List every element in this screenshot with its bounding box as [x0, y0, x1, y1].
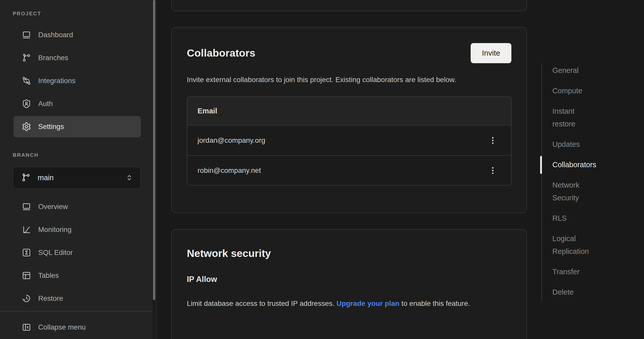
table-header-email: Email: [187, 97, 511, 125]
chevrons-up-down-icon: [125, 174, 133, 182]
section-nav-item-collaborators[interactable]: Collaborators: [552, 154, 613, 175]
section-nav-item-instant-restore[interactable]: Instant restore: [552, 101, 613, 134]
table-row: robin@company.net: [187, 155, 511, 185]
row-actions-button[interactable]: [487, 134, 499, 147]
sidebar-item-label: Tables: [38, 271, 59, 280]
auth-shield-user-icon: [22, 99, 31, 109]
ip-allow-subtitle: IP Allow: [187, 275, 511, 284]
sidebar-item-label: Auth: [38, 100, 53, 108]
collaborator-email: robin@company.net: [198, 166, 261, 175]
ip-allow-text-before: Limit database access to trusted IP addr…: [187, 299, 337, 307]
section-nav-item-compute[interactable]: Compute: [552, 81, 613, 101]
settings-section-nav: General Compute Instant restore Updates …: [552, 60, 613, 302]
sidebar-item-label: Overview: [38, 203, 68, 211]
git-branch-icon: [22, 53, 31, 63]
sidebar-divider: [0, 311, 157, 311]
sidebar-scrollbar-thumb[interactable]: [153, 0, 155, 300]
collaborator-email: jordan@company.org: [198, 136, 265, 145]
collapse-menu-button[interactable]: Collapse menu: [13, 317, 141, 338]
sql-editor-icon: [22, 248, 31, 257]
gear-icon: [22, 122, 31, 132]
sidebar-item-label: Dashboard: [38, 31, 73, 39]
sidebar-item-sql-editor[interactable]: SQL Editor: [13, 242, 141, 263]
restore-history-icon: [22, 294, 31, 303]
panel-collapse-icon: [22, 322, 31, 332]
collaborators-card: Collaborators Invite Invite external col…: [171, 27, 527, 213]
ip-allow-text-after: to enable this feature.: [399, 299, 470, 307]
sidebar-section-label-project: PROJECT: [13, 11, 41, 17]
sidebar-item-label: SQL Editor: [38, 249, 73, 257]
sidebar-item-dashboard[interactable]: Dashboard: [13, 24, 141, 46]
section-nav-item-updates[interactable]: Updates: [552, 134, 613, 154]
sidebar-item-label: Integrations: [38, 77, 75, 85]
invite-button[interactable]: Invite: [471, 43, 511, 63]
sidebar-item-overview[interactable]: Overview: [13, 196, 141, 217]
section-nav-item-rls[interactable]: RLS: [552, 208, 613, 228]
previous-card-partial: [171, 0, 527, 11]
dashboard-icon: [22, 30, 31, 40]
sidebar-item-settings[interactable]: Settings: [13, 116, 141, 137]
table-row: jordan@company.org: [187, 125, 511, 155]
ip-allow-description: Limit database access to trusted IP addr…: [187, 297, 511, 310]
network-security-title: Network security: [187, 230, 511, 259]
sidebar-item-restore[interactable]: Restore: [13, 288, 141, 309]
monitoring-chart-icon: [22, 225, 31, 234]
sidebar-item-integrations[interactable]: Integrations: [13, 70, 141, 92]
tables-icon: [22, 271, 31, 280]
sidebar-item-label: Settings: [38, 123, 64, 131]
sidebar-item-tables[interactable]: Tables: [13, 265, 141, 286]
row-actions-button[interactable]: [487, 164, 499, 177]
section-nav-item-general[interactable]: General: [552, 60, 613, 81]
sidebar-item-label: Branches: [38, 54, 68, 62]
collaborators-table: Email jordan@company.org robin@company.n…: [187, 96, 512, 186]
collapse-menu-label: Collapse menu: [38, 323, 86, 331]
collaborators-description: Invite external collaborators to join th…: [187, 73, 501, 86]
branch-select[interactable]: main: [13, 167, 141, 189]
sidebar-item-branches[interactable]: Branches: [13, 47, 141, 69]
collaborators-card-header: Collaborators Invite: [187, 43, 511, 63]
kebab-menu-icon: [488, 136, 497, 145]
sidebar-item-label: Restore: [38, 294, 63, 303]
sidebar-section-label-branch: BRANCH: [13, 152, 39, 158]
section-nav-border: [541, 64, 542, 301]
section-nav-item-transfer[interactable]: Transfer: [552, 262, 613, 282]
branch-select-value: main: [38, 174, 125, 182]
section-nav-item-logical-replication[interactable]: Logical Replication: [552, 228, 613, 262]
sidebar-item-auth[interactable]: Auth: [13, 93, 141, 114]
git-branch-icon: [21, 173, 31, 182]
network-security-card: Network security IP Allow Limit database…: [171, 229, 527, 339]
sidebar-item-monitoring[interactable]: Monitoring: [13, 219, 141, 240]
overview-icon: [22, 202, 31, 212]
active-section-indicator: [540, 156, 542, 174]
section-nav-item-delete[interactable]: Delete: [552, 282, 613, 302]
section-nav-item-network-security[interactable]: Network Security: [552, 175, 613, 208]
upgrade-plan-link[interactable]: Upgrade your plan: [337, 299, 399, 307]
sidebar-scrollbar[interactable]: [152, 0, 156, 339]
sidebar: PROJECT Dashboard Branches Integrations …: [0, 0, 157, 339]
kebab-menu-icon: [488, 166, 497, 175]
collaborators-title: Collaborators: [187, 47, 255, 59]
sidebar-item-label: Monitoring: [38, 226, 72, 234]
integrations-icon: [22, 76, 31, 86]
